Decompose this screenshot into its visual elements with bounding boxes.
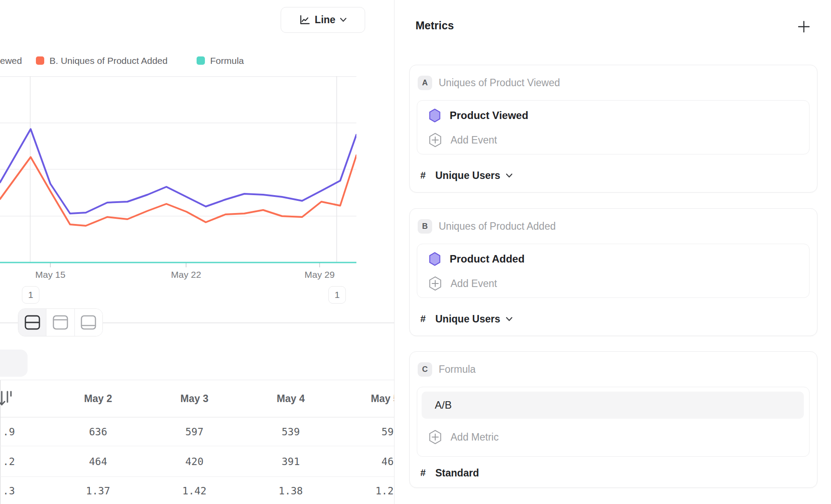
annotation-badge[interactable]: 1 <box>22 286 39 304</box>
legend-item-b[interactable]: B. Uniques of Product Added <box>49 56 168 66</box>
table-row[interactable]: .2 464 420 391 46 <box>0 446 394 477</box>
measure-label: Standard <box>435 467 479 479</box>
table-cell: 1.42 <box>146 477 243 504</box>
table-cell-clipped: 59 <box>341 417 394 446</box>
legend-item-a-truncated[interactable]: ewed <box>0 56 22 66</box>
table-header-row: May 2 May 3 May 4 May 5 <box>0 380 394 417</box>
column-header-clipped[interactable]: May 5 <box>371 380 394 417</box>
formula-input[interactable]: A/B <box>422 392 804 419</box>
add-event-row[interactable]: Add Event <box>417 127 809 153</box>
column-header[interactable]: May 3 <box>146 380 243 417</box>
metric-title[interactable]: Uniques of Product Added <box>439 219 556 234</box>
layout-bottom-panel-button[interactable] <box>75 309 102 336</box>
add-metric-plus-button[interactable] <box>796 19 811 34</box>
event-box: Product Added Add Event <box>417 244 810 298</box>
measure-label: Unique Users <box>435 313 500 325</box>
legend-swatch-b <box>36 56 44 65</box>
hash-icon: # <box>420 313 426 325</box>
legend-item-formula[interactable]: Formula <box>210 56 244 66</box>
metric-card-a: A Uniques of Product Viewed Product View… <box>409 65 817 192</box>
chart-type-label: Line <box>315 14 335 26</box>
x-axis-label: May 22 <box>171 270 201 280</box>
event-box: Product Viewed Add Event <box>417 100 810 154</box>
measure-selector[interactable]: # Unique Users <box>410 309 817 329</box>
table-cell: 597 <box>146 417 243 446</box>
bottom-panel-view-icon <box>80 315 97 330</box>
event-row[interactable]: Product Viewed <box>417 102 809 129</box>
add-event-hexagon-plus-icon <box>429 133 442 147</box>
column-header[interactable]: May 2 <box>50 380 146 417</box>
table-row[interactable]: .9 636 597 539 59 <box>0 417 394 446</box>
event-hexagon-icon <box>429 252 441 266</box>
add-event-hexagon-plus-icon <box>429 276 442 291</box>
formula-expression: A/B <box>435 399 452 411</box>
x-axis-label: May 29 <box>305 270 335 280</box>
event-hexagon-icon <box>429 108 441 122</box>
sort-descending-icon[interactable] <box>0 389 16 410</box>
hash-icon: # <box>420 170 426 181</box>
legend-swatch-formula <box>197 56 205 65</box>
top-panel-view-icon <box>52 315 69 330</box>
series-line-0[interactable] <box>0 129 356 214</box>
add-metric-hexagon-plus-icon <box>429 430 442 444</box>
measure-label: Unique Users <box>435 170 500 182</box>
split-view-icon <box>24 315 41 330</box>
chevron-down-icon <box>506 173 513 178</box>
row-frozen-value: .9 <box>0 417 15 446</box>
table-cell-clipped: 46 <box>341 446 394 476</box>
metric-badge: B <box>418 219 432 234</box>
row-frozen-value: .3 <box>0 477 15 504</box>
table-cell: 391 <box>243 446 339 476</box>
line-chart-plot[interactable] <box>0 76 356 268</box>
table-cell: 636 <box>50 417 146 446</box>
add-event-label: Add Event <box>451 278 497 290</box>
metrics-panel: Metrics A Uniques of Product Viewed Prod… <box>394 0 831 504</box>
table-cell: 1.37 <box>50 477 146 504</box>
metric-badge: A <box>418 76 432 90</box>
table-cell: 420 <box>146 446 243 476</box>
add-metric-label: Add Metric <box>451 431 499 443</box>
measure-selector[interactable]: # Standard <box>410 463 817 483</box>
chart-region: Line ewed B. Uniques of Product Added Fo… <box>0 0 394 504</box>
table-row[interactable]: .3 1.37 1.42 1.38 1.2 <box>0 477 394 504</box>
layout-split-button[interactable] <box>18 309 46 336</box>
chart-legend: ewed B. Uniques of Product Added Formula <box>0 55 394 66</box>
line-chart-icon <box>299 14 310 26</box>
add-event-row[interactable]: Add Event <box>417 270 809 297</box>
measure-selector[interactable]: # Unique Users <box>410 166 817 185</box>
layout-top-panel-button[interactable] <box>46 309 74 336</box>
table-cell: 464 <box>50 446 146 476</box>
chart-type-dropdown[interactable]: Line <box>281 7 365 33</box>
results-table: May 2 May 3 May 4 May 5 .9 636 597 539 5… <box>0 380 394 504</box>
table-tab-truncated[interactable] <box>0 350 28 377</box>
annotation-badge[interactable]: 1 <box>328 286 346 304</box>
metric-badge: C <box>418 362 432 377</box>
table-cell-clipped: 1.2 <box>341 477 394 504</box>
event-name: Product Added <box>450 253 525 265</box>
row-frozen-value: .2 <box>0 446 15 476</box>
formula-box: A/B Add Metric <box>417 387 810 457</box>
x-axis-label: May 15 <box>35 270 66 280</box>
table-cell: 1.38 <box>243 477 339 504</box>
metrics-panel-title: Metrics <box>416 19 454 32</box>
table-cell: 539 <box>243 417 339 446</box>
series-line-1[interactable] <box>0 155 356 226</box>
column-header[interactable]: May 4 <box>243 380 339 417</box>
layout-toggle <box>18 308 103 336</box>
x-axis-labels: May 15May 22May 29 <box>0 270 356 281</box>
metric-card-c: C Formula A/B Add Metric # Standard <box>409 351 817 488</box>
hash-icon: # <box>420 467 426 479</box>
chevron-down-icon <box>340 18 347 22</box>
chevron-down-icon <box>506 317 513 322</box>
metric-card-b: B Uniques of Product Added Product Added… <box>409 208 817 336</box>
event-row[interactable]: Product Added <box>417 246 809 272</box>
metric-title[interactable]: Uniques of Product Viewed <box>439 76 560 90</box>
plus-icon <box>797 20 810 33</box>
add-event-label: Add Event <box>451 134 497 146</box>
add-metric-row[interactable]: Add Metric <box>417 424 809 450</box>
metric-title[interactable]: Formula <box>439 362 475 377</box>
event-name: Product Viewed <box>450 109 528 122</box>
